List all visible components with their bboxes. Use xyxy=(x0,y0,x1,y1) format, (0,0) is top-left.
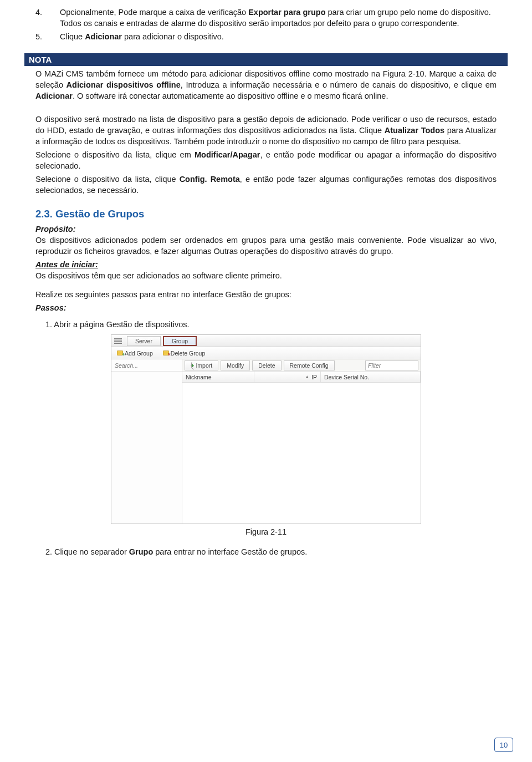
antes-block: Antes de iniciar: Os dispositivos têm qu… xyxy=(35,259,497,281)
search-icon[interactable] xyxy=(191,362,192,368)
app-toolbar: Add Group Delete Group xyxy=(111,347,421,359)
search-row xyxy=(111,359,182,372)
grid-body-empty xyxy=(182,383,421,524)
button-label: Remote Config xyxy=(290,362,329,369)
proposito-block: Propósito: Os dispositivos adicionados p… xyxy=(35,223,497,257)
text-bold: Atualizar Todos xyxy=(385,126,444,135)
section-heading: 2.3. Gestão de Grupos xyxy=(35,208,497,220)
figure-2-11-wrap: Server Group Add Group Delete Group xyxy=(35,334,497,524)
realize-text: Realize os seguintes passos para entrar … xyxy=(35,289,497,300)
text: 2. Clique no separador xyxy=(45,547,129,556)
button-label: Add Group xyxy=(125,350,153,357)
text-bold: Adicionar dispositivos offline xyxy=(66,80,181,89)
right-toolbar: + Import Modify Delete Remote Config xyxy=(182,359,421,372)
left-pane xyxy=(111,359,182,524)
delete-button[interactable]: Delete xyxy=(252,360,281,370)
antes-text: Os dispositivos têm que ser adicionados … xyxy=(35,271,282,280)
text-bold: Adicionar xyxy=(85,32,122,41)
step-1: 1. Abrir a página Gestão de dispositivos… xyxy=(35,319,497,330)
body-paragraph-2: Selecione o dispositivo da lista, clique… xyxy=(35,149,497,171)
add-group-button[interactable]: Add Group xyxy=(114,348,156,358)
list-number: 5. xyxy=(35,31,60,42)
button-label: Import xyxy=(196,362,212,369)
note-heading: NOTA xyxy=(24,53,508,66)
proposito-label: Propósito: xyxy=(35,225,76,233)
list-body: Clique Adicionar para adicionar o dispos… xyxy=(60,31,497,42)
tab-server[interactable]: Server xyxy=(127,336,161,346)
list-body: Opcionalmente, Pode marque a caixa de ve… xyxy=(60,7,497,29)
tab-label: Group xyxy=(172,338,188,344)
step-2: 2. Clique no separador Grupo para entrar… xyxy=(35,546,497,557)
text: para entrar no interface Gestão de grupo… xyxy=(153,547,307,556)
text-bold: Exportar para grupo xyxy=(248,8,325,17)
app-body: + Import Modify Delete Remote Config Nic… xyxy=(111,359,421,524)
list-number: 4. xyxy=(35,7,60,29)
delete-group-button[interactable]: Delete Group xyxy=(160,348,208,358)
list-item-5: 5. Clique Adicionar para adicionar o dis… xyxy=(35,31,497,42)
modify-button[interactable]: Modify xyxy=(221,360,250,370)
button-label: Delete xyxy=(258,362,275,369)
antes-label: Antes de iniciar: xyxy=(35,260,98,269)
list-item-4: 4. Opcionalmente, Pode marque a caixa de… xyxy=(35,7,497,29)
text: Opcionalmente, Pode marque a caixa de ve… xyxy=(60,8,248,17)
folder-delete-icon xyxy=(163,350,169,355)
text-bold: Config. Remota xyxy=(180,175,240,184)
figure-caption: Figura 2-11 xyxy=(35,527,497,536)
app-window: Server Group Add Group Delete Group xyxy=(111,334,421,524)
app-tab-bar: Server Group xyxy=(111,335,421,347)
page-number: 10 xyxy=(494,738,513,752)
right-pane: + Import Modify Delete Remote Config Nic… xyxy=(182,359,421,524)
proposito-text: Os dispositivos adicionados podem ser or… xyxy=(35,236,497,256)
remote-config-button[interactable]: Remote Config xyxy=(284,360,335,370)
note-paragraph: O MAZi CMS também fornece um método para… xyxy=(35,68,497,101)
button-label: Delete Group xyxy=(171,350,205,357)
body-paragraph-1: O dispositivo será mostrado na lista de … xyxy=(35,114,497,147)
text: Selecione o dispositivo da lista, clique… xyxy=(35,150,195,159)
text: Clique xyxy=(60,32,85,41)
body-paragraph-3: Selecione o dispositivo da lista, clique… xyxy=(35,174,497,196)
col-serial[interactable]: Device Serial No. xyxy=(321,372,421,382)
grid-header: Nickname ▲IP Device Serial No. xyxy=(182,372,421,383)
import-button[interactable]: + Import xyxy=(185,360,218,370)
passos-label: Passos: xyxy=(35,302,497,313)
col-ip[interactable]: ▲IP xyxy=(254,372,321,382)
text: . O software irá conectar automaticament… xyxy=(73,92,388,100)
button-label: Modify xyxy=(227,362,244,369)
tab-group[interactable]: Group xyxy=(163,336,197,346)
text-bold: Modificar/Apagar xyxy=(195,150,260,159)
text-bold: Grupo xyxy=(129,547,154,556)
text: Selecione o dispositivo da lista, clique xyxy=(35,175,180,184)
text-bold: Adicionar xyxy=(35,92,73,100)
filter-input[interactable] xyxy=(365,360,418,370)
hamburger-icon[interactable] xyxy=(114,337,122,345)
tab-label: Server xyxy=(135,338,152,344)
col-nickname[interactable]: Nickname xyxy=(182,372,254,382)
search-input[interactable] xyxy=(114,362,189,369)
sort-icon: ▲ xyxy=(305,374,309,379)
folder-plus-icon xyxy=(117,350,123,355)
text: para adicionar o dispositivo. xyxy=(122,32,224,41)
text: , Introduza a informação necessária e o … xyxy=(181,80,497,89)
